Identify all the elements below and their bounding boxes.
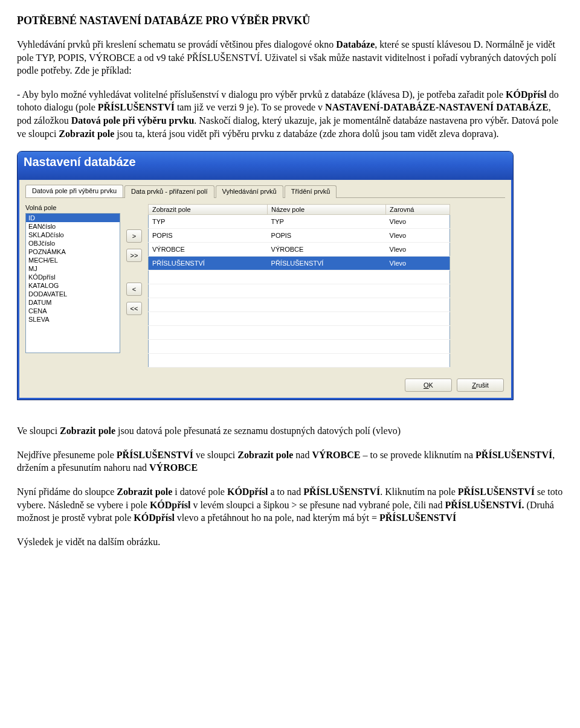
table-cell bbox=[268, 270, 386, 284]
tab-data-fields[interactable]: Datová pole při výběru prvku bbox=[25, 185, 123, 197]
add-button[interactable]: > bbox=[126, 229, 142, 243]
table-cell bbox=[149, 354, 268, 368]
table-row-empty bbox=[149, 354, 450, 368]
list-item[interactable]: SKLADčíslo bbox=[26, 231, 120, 239]
paragraph-below-1: Ve sloupci Zobrazit pole jsou datová pol… bbox=[17, 424, 563, 438]
dialog-titlebar[interactable]: Nastavení databáze bbox=[18, 152, 513, 180]
text: jsou ta, která jsou vidět při výběru prv… bbox=[114, 129, 498, 139]
table-cell bbox=[268, 326, 386, 340]
list-item[interactable]: MJ bbox=[26, 264, 120, 273]
free-fields-listbox[interactable]: IDEANčísloSKLADčísloOBJčísloPOZNÁMKAMECH… bbox=[25, 213, 120, 353]
table-cell bbox=[386, 298, 450, 312]
tab-search[interactable]: Vyhledávání prvků bbox=[216, 185, 283, 198]
col-show-field[interactable]: Zobrazit pole bbox=[149, 205, 268, 215]
text: Ve sloupci bbox=[17, 426, 60, 436]
table-cell bbox=[268, 298, 386, 312]
text: – to se provede kliknutím na bbox=[360, 450, 475, 460]
table-row[interactable]: TYPTYPVlevo bbox=[149, 215, 450, 229]
dialog-window: Nastavení databáze Datová pole při výběr… bbox=[17, 151, 514, 400]
text: vlevo a přetáhnout ho na pole, nad který… bbox=[175, 512, 379, 523]
tab-strip: Datová pole při výběru prvku Data prvků … bbox=[25, 185, 505, 198]
table-row-empty bbox=[149, 340, 450, 354]
table-cell bbox=[149, 340, 268, 354]
text-bold: Zobrazit pole bbox=[237, 450, 293, 460]
remove-all-button[interactable]: << bbox=[126, 302, 142, 315]
remove-button[interactable]: < bbox=[126, 283, 142, 296]
text-bold: PŘÍSLUŠENSTVÍ bbox=[303, 487, 380, 497]
text-bold: KÓDpřísl bbox=[506, 89, 547, 100]
list-item[interactable]: KATALOG bbox=[26, 281, 120, 290]
text-bold: Zobrazit pole bbox=[59, 129, 114, 139]
col-field-name[interactable]: Název pole bbox=[268, 205, 386, 215]
list-item[interactable]: MECH/EL bbox=[26, 256, 120, 264]
list-item[interactable]: POZNÁMKA bbox=[26, 247, 120, 256]
table-cell bbox=[386, 284, 450, 298]
text: . Kliknutím na pole bbox=[380, 487, 457, 497]
table-cell bbox=[386, 354, 450, 368]
list-item[interactable]: DATUM bbox=[26, 298, 120, 307]
text-bold: Zobrazit pole bbox=[60, 426, 115, 436]
table-row-empty bbox=[149, 326, 450, 340]
cancel-button[interactable]: Zrušit bbox=[457, 378, 504, 392]
table-cell: TYP bbox=[268, 215, 386, 229]
table-cell bbox=[386, 270, 450, 284]
table-cell: Vlevo bbox=[386, 215, 450, 229]
list-item[interactable]: OBJčíslo bbox=[26, 239, 120, 247]
list-item[interactable]: CENA bbox=[26, 307, 120, 315]
tab-data-assignment[interactable]: Data prvků - přiřazení polí bbox=[124, 185, 214, 198]
text-bold: VÝROBCE bbox=[312, 450, 360, 460]
list-item[interactable]: ID bbox=[26, 214, 120, 222]
text-bold: Databáze bbox=[336, 39, 375, 49]
free-fields-column: Volná pole IDEANčísloSKLADčísloOBJčísloP… bbox=[25, 204, 120, 353]
text-bold: PŘÍSLUŠENSTVÍ bbox=[475, 450, 552, 460]
table-cell bbox=[386, 312, 450, 326]
table-cell bbox=[386, 326, 450, 340]
table-cell: POPIS bbox=[149, 229, 268, 243]
table-row[interactable]: VÝROBCEVÝROBCEVlevo bbox=[149, 243, 450, 257]
text: ve sloupci bbox=[193, 450, 237, 460]
paragraph-example: - Aby bylo možné vyhledávat volitelné př… bbox=[17, 88, 563, 140]
transfer-buttons: > >> < << bbox=[126, 204, 142, 315]
table-cell bbox=[149, 284, 268, 298]
add-all-button[interactable]: >> bbox=[126, 249, 142, 262]
paragraph-result: Výsledek je vidět na dalším obrázku. bbox=[17, 535, 563, 549]
page-title: POTŘEBNÉ NASTAVENÍ DATABÁZE PRO VÝBĚR PR… bbox=[17, 14, 563, 27]
list-item[interactable]: SLEVA bbox=[26, 315, 120, 324]
text: - Aby bylo možné vyhledávat volitelné př… bbox=[17, 89, 506, 100]
list-item[interactable]: EANčíslo bbox=[26, 222, 120, 231]
table-row[interactable]: POPISPOPISVlevo bbox=[149, 229, 450, 243]
text: jsou datová pole přesunatá ze seznamu do… bbox=[115, 426, 401, 436]
table-cell: Vlevo bbox=[386, 229, 450, 243]
text: nad bbox=[293, 450, 312, 460]
table-cell: VÝROBCE bbox=[149, 243, 268, 257]
paragraph-move-pole: Nejdříve přesuneme pole PŘÍSLUŠENSTVÍ ve… bbox=[17, 449, 563, 474]
text-bold: KÓDpřísl bbox=[227, 487, 268, 497]
paragraph-add-kodprisl: Nyní přidáme do sloupce Zobrazit pole i … bbox=[17, 485, 563, 525]
col-align[interactable]: Zarovná bbox=[386, 205, 450, 215]
table-row[interactable]: PŘÍSLUŠENSTVÍPŘÍSLUŠENSTVÍVlevo bbox=[149, 257, 450, 270]
table-cell bbox=[149, 270, 268, 284]
text-bold: PŘÍSLUŠENSTVÍ. bbox=[445, 500, 524, 510]
text-bold: VÝROBCE bbox=[149, 462, 198, 473]
table-cell: Vlevo bbox=[386, 243, 450, 257]
show-fields-table[interactable]: Zobrazit pole Název pole Zarovná TYPTYPV… bbox=[148, 204, 450, 368]
text: Nyní přidáme do sloupce bbox=[17, 487, 117, 497]
text: Vyhledávání prvků při kreslení schematu … bbox=[17, 39, 336, 49]
tab-sort[interactable]: Třídění prvků bbox=[285, 185, 337, 198]
table-cell: PŘÍSLUŠENSTVÍ bbox=[149, 257, 268, 270]
table-cell bbox=[268, 340, 386, 354]
text-bold: KÓDpřísl bbox=[150, 500, 191, 510]
paragraph-intro: Vyhledávání prvků při kreslení schematu … bbox=[17, 38, 563, 77]
show-fields-column: Zobrazit pole Název pole Zarovná TYPTYPV… bbox=[148, 204, 450, 368]
list-item[interactable]: DODAVATEL bbox=[26, 290, 120, 298]
list-item[interactable]: KÓDpřísl bbox=[26, 273, 120, 281]
free-fields-label: Volná pole bbox=[25, 204, 120, 211]
text: Nejdříve přesuneme pole bbox=[17, 450, 117, 460]
dialog-footer: OK Zrušit bbox=[18, 374, 513, 400]
ok-button[interactable]: OK bbox=[405, 378, 452, 392]
table-cell bbox=[386, 340, 450, 354]
text-bold: Zobrazit pole bbox=[117, 487, 172, 497]
table-cell bbox=[149, 298, 268, 312]
text-bold: PŘÍSLUŠENSTVÍ bbox=[379, 512, 456, 523]
text-bold: NASTAVENÍ-DATABÁZE-NASTAVENÍ DATABÁZE bbox=[325, 102, 549, 112]
